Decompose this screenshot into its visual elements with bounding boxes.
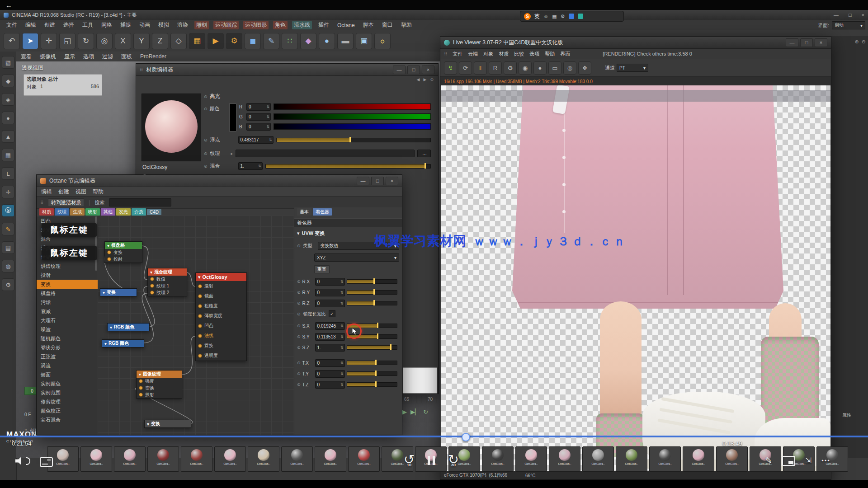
toolbar-icon[interactable]: Y [133, 33, 150, 49]
lv-toolbar-icon[interactable]: ‖ [474, 61, 487, 75]
minimize-icon[interactable]: — [834, 12, 839, 18]
category-tab[interactable]: 其他 [101, 208, 115, 216]
node-list-item[interactable]: 涡流 [37, 361, 98, 370]
menu-item[interactable]: Octane [335, 22, 357, 29]
close-icon[interactable]: × [815, 38, 827, 47]
filmstrip-thumb[interactable]: OctGlos.. [147, 446, 179, 472]
param-slider[interactable] [347, 301, 397, 305]
lv-toolbar-icon[interactable]: ⚙ [504, 61, 517, 75]
filmstrip-thumb[interactable]: OctGlos.. [348, 446, 380, 472]
menu-item[interactable]: 对象 [483, 51, 493, 57]
node-mix-texture[interactable]: ▾ 混合纹理 数值纹理 1纹理 2 [147, 268, 187, 296]
param-value[interactable]: 0⇅ [315, 300, 345, 307]
param-slider[interactable] [347, 279, 397, 284]
toolbar-icon[interactable]: ● [319, 33, 335, 49]
port-dot[interactable] [150, 284, 154, 288]
back-icon[interactable]: ← [5, 1, 12, 9]
category-tab[interactable]: 生成 [70, 208, 85, 216]
toolbar-icon[interactable]: X [115, 33, 131, 49]
lock-ratio-checkbox[interactable]: ✓ [329, 310, 335, 317]
collapse-icon[interactable]: ▾ [107, 243, 109, 248]
color-swatch[interactable] [229, 103, 236, 131]
uvw-group[interactable]: ▾ UVW 变换 [297, 230, 325, 237]
ime-blue-icon[interactable] [569, 14, 574, 19]
node-list-item[interactable]: 正弦波 [37, 352, 98, 361]
subtitle-button[interactable] [40, 457, 53, 467]
node-list-item[interactable]: 污垢 [37, 298, 98, 307]
menu-item[interactable]: 帮助 [399, 21, 414, 29]
node-port[interactable]: 纹理 2 [148, 289, 187, 296]
node-checks[interactable]: ▾ 棋盘格 变换投射 [104, 241, 142, 263]
collapse-icon[interactable]: ▾ [104, 341, 107, 346]
spinner-icon[interactable]: ⇅ [340, 372, 344, 376]
material-name[interactable]: OctGlossy [142, 164, 167, 170]
node-rgb-color-1[interactable]: ▾ RGB 颜色 [107, 323, 150, 331]
menu-item[interactable]: 脚本 [361, 21, 376, 29]
next-icon[interactable]: ▶ [424, 77, 427, 82]
ime-tool-icon[interactable]: ☺ [543, 14, 548, 19]
channel-value[interactable]: 0 ⇅ [246, 113, 271, 121]
menu-item[interactable]: 比较 [514, 51, 524, 57]
filmstrip-thumb[interactable]: OctGlos.. [214, 446, 246, 472]
side-toolbar-icon[interactable]: ● [2, 112, 14, 124]
lv-toolbar-icon[interactable]: ◎ [563, 61, 576, 75]
lv-toolbar-icon[interactable]: ◉ [519, 61, 532, 75]
filmstrip-thumb[interactable]: OctGlos.. [281, 446, 313, 472]
interface-dropdown[interactable]: 启动 ▾ [832, 21, 865, 29]
volume-button[interactable] [15, 456, 30, 465]
param-value[interactable]: 0.019245⇅ [315, 322, 345, 330]
menu-item[interactable]: 帮助 [93, 188, 104, 196]
toolbar-icon[interactable]: ▶ [208, 33, 224, 49]
node-canvas[interactable]: ▾ 棋盘格 变换投射 ▾ 变换 ▾ [98, 216, 294, 435]
node-port[interactable]: 数值 [148, 276, 187, 282]
menu-item[interactable]: 捕捉 [118, 21, 133, 29]
param-slider[interactable] [347, 361, 397, 365]
float-value[interactable]: 0.483117 ⇅ [238, 136, 274, 144]
category-tab[interactable]: 材质 [39, 208, 54, 216]
menu-item[interactable]: 运动图形 [243, 21, 269, 29]
lv-toolbar-icon[interactable]: ▭ [548, 61, 561, 75]
pause-button[interactable] [428, 454, 435, 465]
maximize-icon[interactable]: □ [800, 38, 813, 47]
annotate-button[interactable]: ✎ [765, 455, 772, 466]
spinner-icon[interactable]: ⇅ [266, 115, 269, 119]
node-port[interactable]: 粗糙度 [196, 301, 246, 311]
toolbar-icon[interactable]: ✛ [41, 33, 57, 49]
side-toolbar-icon[interactable]: ✛ [2, 186, 14, 198]
toolbar-icon[interactable]: ✎ [263, 33, 279, 49]
side-toolbar-icon[interactable]: ◆ [2, 75, 14, 87]
ime-teal-icon[interactable] [578, 14, 583, 19]
mix-value[interactable]: 1. ⇅ [238, 162, 263, 170]
props-tab[interactable]: 着色器 [313, 208, 332, 216]
channel-gradient-slider[interactable] [274, 123, 431, 130]
progress-handle[interactable] [462, 433, 470, 441]
side-toolbar-icon[interactable]: ◈ [2, 93, 14, 106]
spinner-icon[interactable]: ⇅ [340, 383, 344, 387]
texture-browse-button[interactable]: … [417, 150, 431, 157]
props-tab[interactable]: 基本 [297, 208, 311, 216]
menu-item[interactable]: 创建 [42, 21, 57, 29]
close-icon[interactable]: × [862, 12, 864, 18]
menu-item[interactable]: 文件 [5, 21, 19, 29]
menu-item[interactable]: 模拟 [156, 21, 171, 29]
pip-button[interactable] [782, 456, 795, 466]
port-dot[interactable] [198, 334, 202, 338]
node-octglossy[interactable]: ▾ OctGlossy 漫射镜面粗糙度薄膜宽度凹凸法线置换透明度 [195, 272, 247, 361]
node-transform-2[interactable]: ▾ 变换 [144, 420, 191, 428]
rewind-button[interactable]: ↺ 10 [401, 453, 417, 466]
toolbar-icon[interactable]: ∷ [282, 33, 298, 49]
filmstrip-thumb[interactable]: OctGlos.. [582, 446, 614, 472]
port-dot[interactable] [150, 291, 154, 295]
param-value[interactable]: 0⇅ [315, 278, 345, 286]
node-transform-1[interactable]: ▾ 变换 [100, 288, 137, 296]
side-toolbar-icon[interactable]: ▤ [2, 241, 14, 254]
node-list-item[interactable]: 烘焙纹理 [37, 262, 98, 271]
toolbar-icon[interactable]: ▬ [337, 33, 354, 49]
node-port[interactable]: 透明度 [196, 351, 246, 361]
search-input[interactable] [109, 198, 171, 206]
side-toolbar-icon[interactable]: ▧ [2, 56, 14, 69]
ime-tool-icon[interactable]: ▦ [552, 14, 557, 19]
close-icon[interactable]: × [422, 66, 434, 74]
toolbar-icon[interactable]: ➤ [22, 33, 38, 49]
float-slider[interactable] [276, 138, 431, 142]
